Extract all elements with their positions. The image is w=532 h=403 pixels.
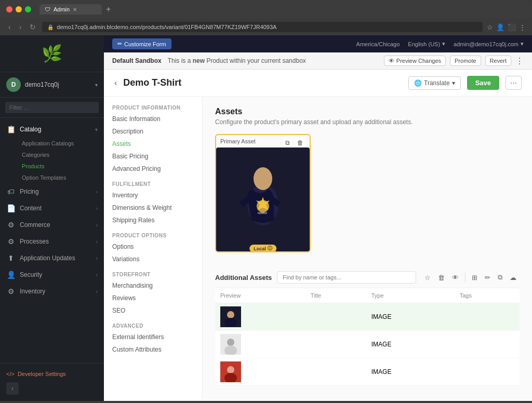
assets-table: Preview Title Type Tags [215, 288, 520, 386]
developer-settings-item[interactable]: </> Developer Settings [6, 368, 98, 380]
sidebar-item-option-templates[interactable]: Option Templates [16, 172, 104, 183]
upload-tool-button[interactable]: ☁ [507, 272, 520, 284]
delete-tool-button[interactable]: 🗑 [435, 272, 448, 284]
sidebar-item-application-updates[interactable]: ⬆ Application Updates › [0, 250, 104, 266]
tab-close-icon[interactable]: ✕ [73, 7, 77, 12]
address-bar[interactable]: 🔒 demo17cq0j.admin.blcdemo.com/products/… [42, 22, 483, 32]
promote-button[interactable]: Promote [450, 56, 481, 66]
security-label: Security [20, 271, 92, 278]
asset-title-cell [305, 331, 366, 358]
language-selector[interactable]: English (US) ▾ [408, 41, 445, 47]
sidebar-item-inventory[interactable]: ⚙ Inventory › [0, 283, 104, 300]
asset-search-input[interactable] [277, 271, 416, 284]
pnav-variations[interactable]: Variations [104, 253, 202, 265]
svg-point-7 [227, 311, 234, 318]
table-row[interactable]: IMAGE [215, 331, 520, 358]
customize-form-button[interactable]: ✏ Customize Form [112, 38, 171, 49]
sidebar-item-pricing[interactable]: 🏷 Pricing › [0, 183, 104, 200]
sandbox-message: This is a new Product within your curren… [168, 57, 378, 64]
translate-button[interactable]: 🌐 Translate ▾ [408, 76, 461, 90]
pnav-reviews[interactable]: Reviews [104, 292, 202, 304]
asset-thumbnail [220, 361, 241, 382]
favorite-tool-button[interactable]: ☆ [421, 272, 434, 284]
pnav-description[interactable]: Description [104, 125, 202, 138]
save-button[interactable]: Save [467, 76, 499, 90]
view-tool-button[interactable]: 👁 [449, 272, 462, 284]
sidebar-search [0, 98, 104, 118]
new-tab-button[interactable]: + [104, 5, 113, 14]
sidebar-item-application-catalogs[interactable]: Application Catalogs [16, 138, 104, 149]
primary-asset-actions: ⧉ 🗑 [283, 138, 305, 147]
primary-asset-copy-button[interactable]: ⧉ [283, 138, 292, 147]
browser-tab-active[interactable]: 🛡 Admin ✕ [39, 4, 102, 15]
sidebar-item-catalog[interactable]: 📋 Catalog ▾ [0, 121, 104, 138]
forward-button[interactable]: › [17, 22, 24, 32]
sidebar-item-processes[interactable]: ⚙ Processes › [0, 233, 104, 250]
pnav-seo[interactable]: SEO [104, 304, 202, 317]
sidebar-user[interactable]: D demo17cq0j ▾ [0, 72, 104, 98]
nav-right-buttons: ☆ 👤 ⬛ ⋮ [487, 23, 526, 31]
sandbox-name: Default Sandbox [112, 57, 162, 64]
pnav-basic-pricing[interactable]: Basic Pricing [104, 150, 202, 163]
inventory-chevron-icon: › [96, 289, 98, 294]
page-content: Assets Configure the product's primary a… [203, 97, 532, 401]
security-chevron-icon: › [96, 272, 98, 278]
back-button[interactable]: ‹ [6, 22, 13, 32]
local-badge-text: Local [254, 246, 266, 251]
extension-icon[interactable]: ⬛ [508, 23, 516, 31]
pnav-custom-attributes[interactable]: Custom Attributes [104, 343, 202, 356]
pnav-section-advanced: ADVANCED External Identifiers Custom Att… [104, 321, 202, 356]
browser-nav: ‹ › ↻ 🔒 demo17cq0j.admin.blcdemo.com/pro… [0, 19, 532, 35]
bookmark-icon[interactable]: ☆ [487, 23, 493, 31]
sidebar-item-products[interactable]: Products [16, 160, 104, 172]
search-input[interactable] [5, 102, 99, 113]
pnav-assets[interactable]: Assets [104, 138, 202, 150]
sidebar-item-content[interactable]: 📄 Content › [0, 200, 104, 217]
asset-title-cell [305, 303, 366, 331]
app-wrapper: 🌿 D demo17cq0j ▾ 📋 Catalog ▾ Application… [0, 35, 532, 401]
maximize-traffic-light[interactable] [25, 6, 31, 12]
profile-icon[interactable]: 👤 [496, 23, 504, 31]
catalog-icon: 📋 [6, 125, 16, 133]
sidebar-item-commerce[interactable]: ⚙ Commerce › [0, 217, 104, 233]
primary-asset-delete-button[interactable]: 🗑 [295, 138, 305, 147]
pnav-options[interactable]: Options [104, 240, 202, 253]
revert-button[interactable]: Revert [485, 56, 511, 66]
pnav-shipping-rates[interactable]: Shipping Rates [104, 214, 202, 226]
additional-assets-header: Additional Assets ☆ 🗑 👁 ⊞ ✏ ⧉ ☁ [215, 271, 520, 288]
copy-tool-button[interactable]: ⧉ [495, 271, 506, 284]
logo-leaf-icon: 🌿 [42, 44, 62, 63]
edit-tool-button[interactable]: ✏ [482, 272, 494, 284]
pnav-section-product-options: PRODUCT OPTIONS Options Variations [104, 231, 202, 265]
code-icon: </> [6, 371, 15, 377]
top-bar: ✏ Customize Form America/Chicago English… [104, 35, 532, 52]
commerce-chevron-icon: › [96, 222, 98, 228]
preview-changes-button[interactable]: 👁 Preview Changes [384, 56, 446, 66]
pnav-advanced-pricing[interactable]: Advanced Pricing [104, 163, 202, 175]
language-chevron-icon: ▾ [442, 41, 445, 47]
product-header: ‹ Demo T-Shirt 🌐 Translate ▾ Save ⋯ [104, 70, 532, 97]
sandbox-menu-button[interactable]: ⋮ [515, 56, 524, 66]
table-row[interactable]: IMAGE [215, 358, 520, 386]
menu-icon[interactable]: ⋮ [519, 23, 526, 31]
pnav-basic-information[interactable]: Basic Information [104, 113, 202, 125]
grid-view-button[interactable]: ⊞ [469, 272, 481, 284]
pnav-merchandising[interactable]: Merchandising [104, 279, 202, 292]
tshirt-illustration: HAMMER [232, 158, 294, 241]
pnav-inventory[interactable]: Inventory [104, 189, 202, 202]
minimize-traffic-light[interactable] [16, 6, 22, 12]
collapse-sidebar-button[interactable]: ‹ [6, 382, 19, 395]
sidebar-item-categories[interactable]: Categories [16, 149, 104, 160]
more-options-button[interactable]: ⋯ [506, 76, 522, 90]
developer-settings-label: Developer Settings [18, 371, 66, 377]
asset-preview-cell [215, 331, 305, 358]
reload-button[interactable]: ↻ [28, 22, 38, 32]
close-traffic-light[interactable] [6, 6, 12, 12]
user-menu[interactable]: admin@demo17cq0j.com ▾ [454, 41, 524, 47]
sidebar-item-security[interactable]: 👤 Security › [0, 266, 104, 283]
table-row[interactable]: IMAGE [215, 303, 520, 331]
pnav-title-advanced: ADVANCED [104, 321, 202, 331]
pnav-dimensions-weight[interactable]: Dimensions & Weight [104, 202, 202, 214]
pnav-external-identifiers[interactable]: External Identifiers [104, 331, 202, 343]
back-button[interactable]: ‹ [114, 78, 117, 88]
